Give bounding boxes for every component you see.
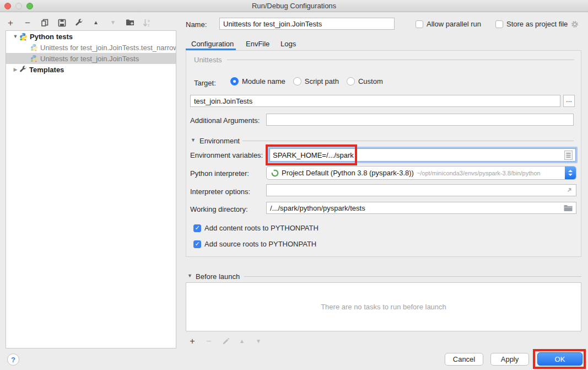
store-as-project-file-label: Store as project file bbox=[506, 20, 568, 28]
new-folder-button[interactable] bbox=[125, 18, 135, 28]
check-icon: ✓ bbox=[195, 224, 199, 232]
browse-working-directory-button[interactable] bbox=[564, 205, 573, 212]
name-input-value: Unittests for test_join.JoinTests bbox=[223, 20, 322, 28]
radio-custom[interactable]: Custom bbox=[347, 77, 383, 85]
tree-item-templates[interactable]: ▶ Templates bbox=[6, 64, 176, 75]
collapsed-arrow-icon[interactable]: ▶ bbox=[12, 67, 19, 72]
wrench-icon bbox=[75, 19, 83, 27]
configurations-toolbar: + − ▲ ▼ az bbox=[6, 17, 152, 29]
python-interpreter-select[interactable]: Project Default (Python 3.8 (pyspark-3.8… bbox=[266, 166, 576, 180]
environment-collapse-arrow-icon[interactable]: ▼ bbox=[191, 137, 196, 143]
additional-arguments-label: Additional Arguments: bbox=[190, 116, 260, 125]
additional-arguments-input[interactable] bbox=[266, 114, 574, 126]
svg-text:z: z bbox=[148, 23, 149, 27]
tree-item-label: Unittests for test_join.JoinTests bbox=[40, 55, 139, 63]
before-launch-toolbar: + − ▲ ▼ bbox=[187, 336, 263, 346]
apply-button[interactable]: Apply bbox=[490, 353, 529, 366]
chevron-down-icon bbox=[568, 174, 573, 176]
python-test-config-icon bbox=[30, 55, 38, 62]
radio-custom-label: Custom bbox=[358, 77, 383, 85]
help-button[interactable]: ? bbox=[7, 353, 19, 366]
interpreter-options-label: Interpreter options: bbox=[190, 187, 250, 196]
save-icon bbox=[58, 19, 66, 27]
name-input[interactable]: Unittests for test_join.JoinTests bbox=[219, 18, 395, 30]
zoom-window-button[interactable] bbox=[26, 3, 33, 9]
before-launch-collapse-arrow-icon[interactable]: ▼ bbox=[187, 273, 192, 278]
tree-item-unittests-jointests[interactable]: Unittests for test_join.JoinTests bbox=[6, 53, 176, 64]
working-directory-label: Working directory: bbox=[190, 205, 248, 213]
ellipsis-icon: ... bbox=[566, 95, 572, 104]
chevron-up-icon bbox=[568, 170, 573, 172]
move-up-icon: ▲ bbox=[239, 339, 245, 344]
add-source-roots-row: ✓ Add source roots to PYTHONPATH bbox=[193, 240, 316, 248]
edit-task-button[interactable] bbox=[220, 336, 230, 346]
python-interpreter-label: Python interpreter: bbox=[190, 169, 249, 178]
close-window-button[interactable] bbox=[4, 3, 11, 9]
target-radio-group: Module name Script path Custom bbox=[230, 77, 383, 85]
pencil-icon bbox=[222, 338, 229, 345]
tree-item-python-tests[interactable]: ▼ Python tests bbox=[6, 31, 176, 42]
add-content-roots-checkbox[interactable]: ✓ bbox=[193, 224, 201, 232]
move-up-button[interactable]: ▲ bbox=[91, 18, 101, 28]
cancel-button[interactable]: Cancel bbox=[445, 353, 483, 366]
interpreter-select-stepper[interactable] bbox=[565, 167, 576, 179]
tab-logs[interactable]: Logs bbox=[280, 40, 296, 48]
minimize-window-button[interactable] bbox=[15, 3, 22, 9]
interpreter-options-input[interactable] bbox=[266, 184, 576, 196]
move-up-icon: ▲ bbox=[93, 20, 99, 25]
browse-target-button[interactable]: ... bbox=[563, 95, 575, 107]
copy-configuration-button[interactable] bbox=[40, 18, 50, 28]
environment-separator bbox=[242, 141, 574, 141]
move-task-up-button[interactable]: ▲ bbox=[237, 336, 247, 346]
tree-item-label: Templates bbox=[29, 66, 64, 74]
expand-field-button[interactable] bbox=[566, 187, 573, 194]
allow-parallel-run-label: Allow parallel run bbox=[427, 20, 481, 28]
target-input[interactable]: test_join.JoinTests bbox=[190, 95, 560, 107]
ok-button-label: OK bbox=[555, 355, 565, 363]
radio-script-path-label: Script path bbox=[305, 77, 339, 85]
target-label: Target: bbox=[194, 79, 216, 87]
add-configuration-button[interactable]: + bbox=[6, 18, 15, 28]
edit-environment-variables-button[interactable] bbox=[564, 151, 573, 160]
radio-unselected-icon bbox=[293, 77, 301, 85]
python-test-config-icon bbox=[30, 44, 38, 51]
environment-variables-input[interactable]: SPARK_HOME=/.../spark bbox=[269, 148, 576, 162]
gear-icon[interactable] bbox=[571, 20, 579, 28]
tree-item-unittests-narrow[interactable]: Unittests for test_join.JoinTests.test_n… bbox=[6, 42, 176, 53]
save-configuration-button[interactable] bbox=[57, 18, 67, 28]
ok-button[interactable]: OK bbox=[537, 352, 582, 366]
store-as-project-file-checkbox[interactable] bbox=[495, 20, 503, 28]
unittests-group-title: Unittests bbox=[194, 56, 222, 64]
edit-templates-button[interactable] bbox=[74, 18, 84, 28]
apply-button-label: Apply bbox=[501, 355, 519, 363]
add-icon: + bbox=[190, 337, 195, 346]
remove-configuration-button[interactable]: − bbox=[23, 18, 33, 28]
python-tests-icon bbox=[19, 33, 28, 41]
remove-task-button[interactable]: − bbox=[204, 336, 214, 346]
radio-script-path[interactable]: Script path bbox=[293, 77, 339, 85]
name-label: Name: bbox=[186, 20, 207, 29]
radio-selected-icon bbox=[230, 77, 239, 85]
environment-section-title: Environment bbox=[199, 137, 240, 145]
add-content-roots-label: Add content roots to PYTHONPATH bbox=[204, 224, 319, 232]
working-directory-input[interactable]: /.../spark/python/pyspark/tests bbox=[266, 202, 576, 214]
conda-environment-icon bbox=[271, 169, 279, 177]
templates-wrench-icon bbox=[19, 66, 27, 73]
radio-module-name[interactable]: Module name bbox=[230, 77, 285, 85]
before-launch-task-list: There are no tasks to run before launch bbox=[186, 282, 581, 331]
expanded-arrow-icon[interactable]: ▼ bbox=[12, 34, 19, 39]
add-task-button[interactable]: + bbox=[187, 336, 197, 346]
allow-parallel-run-checkbox[interactable] bbox=[416, 20, 423, 28]
move-task-down-button[interactable]: ▼ bbox=[253, 336, 263, 346]
add-source-roots-checkbox[interactable]: ✓ bbox=[193, 240, 201, 248]
tab-configuration[interactable]: Configuration bbox=[191, 40, 234, 48]
folder-icon bbox=[564, 205, 573, 212]
tab-envfile[interactable]: EnvFile bbox=[246, 40, 269, 48]
add-icon: + bbox=[8, 18, 13, 28]
move-down-button[interactable]: ▼ bbox=[108, 18, 118, 28]
environment-variables-label: Environment variables: bbox=[190, 151, 263, 159]
before-launch-separator bbox=[244, 276, 581, 277]
before-launch-empty-text: There are no tasks to run before launch bbox=[321, 303, 446, 311]
sort-alphabetically-button[interactable]: az bbox=[142, 18, 152, 28]
tree-item-label: Unittests for test_join.JoinTests.test_n… bbox=[40, 44, 176, 52]
